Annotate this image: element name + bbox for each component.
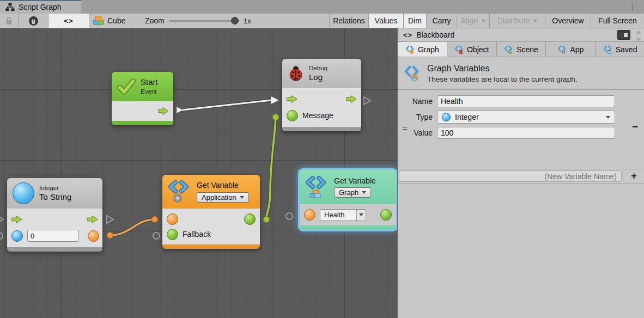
- section-subtitle: These variables are local to the current…: [427, 75, 577, 83]
- align-label: Align: [461, 16, 478, 25]
- variable-type-row: Type Integer: [398, 111, 644, 124]
- zoom-slider-handle[interactable]: [231, 17, 239, 25]
- dim-button[interactable]: Dim: [403, 14, 426, 28]
- graph-variables-icon: [404, 65, 421, 82]
- variable-value-input[interactable]: [437, 127, 615, 139]
- graph-variables-header: Graph Variables These variables are loca…: [398, 57, 644, 90]
- node-integer-to-string[interactable]: Integer To String: [7, 178, 102, 252]
- integer-type-icon: [442, 113, 451, 121]
- value-input-port[interactable]: [304, 209, 315, 221]
- value-input-port[interactable]: [11, 230, 23, 242]
- variable-name-row: Name: [398, 95, 644, 107]
- value-output-port[interactable]: [88, 230, 99, 242]
- variable-scope-dropdown[interactable]: Graph: [334, 187, 371, 198]
- fullscreen-button[interactable]: Full Screen: [591, 14, 644, 28]
- fallback-input-port[interactable]: [167, 229, 178, 240]
- node-title: Get Variable: [334, 176, 376, 186]
- target-object-label: Cube: [107, 16, 125, 25]
- node-context: Integer: [39, 184, 71, 192]
- zoom-slider-track[interactable]: [169, 20, 239, 22]
- flow-output-port[interactable]: [346, 95, 357, 103]
- dropdown-caret-icon: [359, 213, 363, 216]
- inline-value-input[interactable]: [27, 230, 79, 242]
- zoom-label: Zoom: [145, 14, 165, 28]
- lock-icon: [5, 17, 13, 25]
- variable-scope-dropdown[interactable]: Application: [197, 192, 249, 203]
- integer-icon: [13, 182, 34, 204]
- type-label: Type: [398, 113, 437, 121]
- align-button[interactable]: Align: [457, 14, 489, 28]
- flow-wire-arrowhead: [271, 96, 279, 105]
- flow-input-port[interactable]: [287, 95, 297, 103]
- flow-output-port[interactable]: [158, 107, 169, 115]
- value-input-port[interactable]: [167, 213, 178, 225]
- saved-scope-icon: [603, 45, 612, 54]
- value-input-port[interactable]: [287, 110, 298, 121]
- variable-name-input[interactable]: [437, 95, 615, 107]
- lock-button[interactable]: [0, 14, 18, 28]
- section-title: Graph Variables: [427, 64, 577, 74]
- node-get-variable-graph[interactable]: Get Variable Graph Health: [300, 170, 396, 230]
- relations-button[interactable]: Relations: [329, 14, 368, 28]
- graph-inspector-button[interactable]: g: [18, 14, 48, 28]
- flow-wire-start-to-log: [182, 100, 271, 110]
- variable-value-row: Value: [398, 127, 644, 139]
- node-get-variable-application[interactable]: Get Variable Application Fallback: [162, 175, 260, 249]
- variable-type-dropdown[interactable]: Integer: [437, 111, 615, 124]
- title-bar: Script Graph ⋮: [0, 0, 644, 14]
- ghost-flow-port: [364, 97, 370, 105]
- tab-label: Graph: [418, 45, 439, 54]
- tab-graph[interactable]: Graph: [398, 42, 447, 57]
- panel-window-button[interactable]: [617, 30, 630, 40]
- code-view-toggle[interactable]: <>: [48, 14, 89, 28]
- node-debug-log[interactable]: Debug Log Message: [282, 59, 361, 131]
- variable-name-dropdown[interactable]: Health: [320, 209, 366, 221]
- get-variable-icon: [168, 179, 192, 204]
- value-label: Value: [398, 129, 437, 137]
- tab-scene[interactable]: Scene: [497, 42, 546, 57]
- value-output-port[interactable]: [380, 209, 392, 221]
- flow-input-port[interactable]: [11, 216, 22, 223]
- add-variable-button[interactable]: +: [623, 169, 644, 183]
- target-object: Cube: [93, 14, 125, 28]
- node-title: Start: [141, 77, 158, 88]
- node-context: Debug: [309, 64, 327, 72]
- object-scope-icon: [454, 45, 464, 54]
- scope-label: Application: [202, 193, 236, 201]
- tab-object[interactable]: Object: [447, 42, 497, 57]
- flow-wire-source-marker: [177, 107, 183, 113]
- flow-output-port[interactable]: [87, 216, 98, 223]
- value-output-port[interactable]: [244, 213, 256, 225]
- new-variable-input[interactable]: [399, 170, 622, 182]
- tab-script-graph[interactable]: Script Graph: [0, 0, 81, 14]
- graph-toolbar: g <> Cube Zoom 1x Relations Values Dim C…: [0, 14, 644, 28]
- values-button[interactable]: Values: [368, 14, 403, 28]
- node-title: Get Variable: [197, 181, 249, 191]
- ghost-flow-port: [107, 216, 113, 223]
- graph-canvas[interactable]: Start Event Deb: [0, 28, 397, 318]
- name-label: Name: [398, 97, 437, 106]
- blackboard-panel: <> Blackboard Graph Object: [397, 28, 644, 318]
- scene-scope-icon: [504, 45, 513, 54]
- dropdown-caret-icon: [362, 191, 366, 194]
- window-menu-icon[interactable]: ⋮: [628, 2, 636, 11]
- scroll-down-icon: [636, 38, 641, 41]
- node-title: To String: [39, 192, 71, 203]
- panel-scroll-arrows[interactable]: [634, 29, 643, 42]
- ghost-flow-port: [0, 216, 3, 223]
- variable-name: Health: [320, 210, 356, 221]
- tab-app[interactable]: App: [546, 42, 596, 57]
- scope-label: Graph: [339, 188, 359, 197]
- type-value: Integer: [455, 113, 479, 121]
- tab-label: Saved: [616, 45, 637, 54]
- node-start-event[interactable]: Start Event: [112, 72, 173, 125]
- ghost-value-port: [286, 213, 293, 219]
- carry-button[interactable]: Carry: [426, 14, 457, 28]
- align-caret-icon: [481, 20, 485, 22]
- tab-saved[interactable]: Saved: [596, 42, 644, 57]
- distribute-caret-icon: [533, 20, 537, 22]
- distribute-button[interactable]: Distribute: [489, 14, 545, 28]
- overview-button[interactable]: Overview: [545, 14, 591, 28]
- graph-scope-icon: [405, 45, 415, 54]
- value-wire-orange: [110, 219, 155, 235]
